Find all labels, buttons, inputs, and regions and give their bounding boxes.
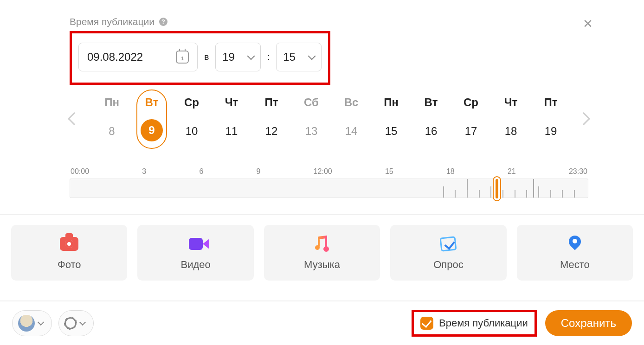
attach-music[interactable]: Музыка bbox=[264, 225, 380, 281]
timeline-label: 6 bbox=[199, 167, 203, 176]
date-value: 09.08.2022 bbox=[87, 51, 143, 64]
day-number: 18 bbox=[491, 125, 531, 138]
day-name: Пт bbox=[531, 96, 571, 109]
datetime-highlight: 09.08.2022 1 в 19 : 15 bbox=[70, 31, 330, 85]
day-col[interactable]: Ср17 bbox=[451, 96, 491, 141]
day-name: Чт bbox=[212, 96, 251, 109]
gear-icon bbox=[64, 317, 77, 329]
save-button[interactable]: Сохранить bbox=[545, 310, 632, 336]
day-col[interactable]: Чт18 bbox=[491, 96, 531, 141]
timeline-label: 18 bbox=[446, 167, 455, 176]
day-col[interactable]: Ср10 bbox=[172, 96, 212, 141]
timeline-label: 12:00 bbox=[314, 167, 332, 176]
attach-photo[interactable]: Фото bbox=[11, 225, 127, 281]
hour-value: 19 bbox=[222, 51, 235, 64]
attach-label: Видео bbox=[180, 259, 210, 271]
day-number: 17 bbox=[451, 125, 491, 138]
day-number: 16 bbox=[411, 125, 451, 138]
day-name: Пн bbox=[92, 96, 132, 109]
day-number: 8 bbox=[92, 125, 132, 138]
day-name: Ср bbox=[451, 96, 491, 109]
timeline-labels: 00:0036912:0015182123:30 bbox=[70, 167, 588, 176]
day-name: Вт bbox=[411, 96, 451, 109]
day-name: Пт bbox=[251, 96, 291, 109]
timeline-label: 15 bbox=[385, 167, 393, 176]
day-name: Чт bbox=[491, 96, 531, 109]
video-icon bbox=[187, 235, 205, 253]
day-col[interactable]: Чт11 bbox=[212, 96, 251, 141]
timeline: 00:0036912:0015182123:30 bbox=[70, 167, 588, 198]
hour-select[interactable]: 19 bbox=[215, 43, 261, 71]
day-number: 14 bbox=[331, 125, 371, 138]
day-col[interactable]: Сб13 bbox=[291, 96, 331, 141]
timeline-handle[interactable] bbox=[494, 177, 500, 200]
minute-select[interactable]: 15 bbox=[276, 43, 322, 71]
day-number: 12 bbox=[251, 125, 291, 138]
publish-time-checkbox[interactable] bbox=[420, 317, 433, 330]
publish-time-toggle-highlight: Время публикации bbox=[412, 310, 537, 337]
attach-label: Фото bbox=[58, 259, 81, 271]
day-col[interactable]: Пт12 bbox=[251, 96, 291, 141]
minute-value: 15 bbox=[283, 51, 296, 64]
poll-icon bbox=[439, 235, 457, 253]
day-col[interactable]: Вт9 bbox=[132, 96, 172, 141]
day-name: Ср bbox=[172, 96, 212, 109]
timeline-label: 00:00 bbox=[71, 167, 89, 176]
next-days-button[interactable] bbox=[577, 112, 590, 125]
chevron-down-icon bbox=[247, 52, 255, 60]
day-name: Пн bbox=[371, 96, 411, 109]
photo-icon bbox=[60, 235, 78, 253]
day-col[interactable]: Пн15 bbox=[371, 96, 411, 141]
day-strip: Пн8Вт9Ср10Чт11Пт12Сб13Вс14Пн15Вт16Ср17Чт… bbox=[70, 96, 588, 141]
attach-label: Музыка bbox=[304, 259, 340, 271]
day-number: 15 bbox=[371, 125, 411, 138]
timeline-bar[interactable] bbox=[70, 179, 588, 198]
day-col[interactable]: Пн8 bbox=[92, 96, 132, 141]
music-icon bbox=[313, 235, 331, 253]
attach-label: Место bbox=[560, 259, 590, 271]
timeline-label: 23:30 bbox=[569, 167, 587, 176]
avatar-icon bbox=[18, 315, 35, 332]
publish-time-checkbox-label: Время публикации bbox=[439, 317, 528, 329]
settings-selector[interactable] bbox=[58, 310, 94, 336]
attach-label: Опрос bbox=[433, 259, 464, 271]
chevron-down-icon bbox=[38, 319, 44, 326]
day-name: Вс bbox=[331, 96, 371, 109]
timeline-label: 3 bbox=[142, 167, 146, 176]
attach-video[interactable]: Видео bbox=[137, 225, 253, 281]
day-number: 10 bbox=[172, 125, 212, 138]
attach-place[interactable]: Место bbox=[517, 225, 633, 281]
help-icon[interactable]: ? bbox=[159, 18, 167, 26]
attach-poll[interactable]: Опрос bbox=[390, 225, 506, 281]
date-input[interactable]: 09.08.2022 1 bbox=[78, 43, 198, 71]
day-number: 19 bbox=[531, 125, 571, 138]
day-name: Сб bbox=[291, 96, 331, 109]
day-col[interactable]: Вт16 bbox=[411, 96, 451, 141]
prev-days-button[interactable] bbox=[68, 112, 81, 125]
timeline-label: 9 bbox=[257, 167, 261, 176]
chevron-down-icon bbox=[308, 52, 316, 60]
day-number: 11 bbox=[212, 125, 251, 138]
calendar-icon: 1 bbox=[176, 51, 189, 64]
day-col[interactable]: Вс14 bbox=[331, 96, 371, 141]
time-sep-word: в bbox=[204, 52, 209, 62]
chevron-down-icon bbox=[79, 319, 86, 326]
publish-time-label: Время публикации bbox=[70, 16, 155, 27]
day-col[interactable]: Пт19 bbox=[531, 96, 571, 141]
attachment-row: ФотоВидеоМузыкаОпросМесто bbox=[0, 215, 644, 281]
time-colon: : bbox=[267, 52, 270, 62]
place-icon bbox=[566, 235, 584, 253]
timeline-label: 21 bbox=[508, 167, 516, 176]
footer-bar: Время публикации Сохранить bbox=[0, 300, 644, 345]
save-button-label: Сохранить bbox=[561, 317, 616, 330]
close-icon[interactable]: ✕ bbox=[583, 18, 593, 30]
author-selector[interactable] bbox=[12, 310, 52, 336]
day-number: 13 bbox=[291, 125, 331, 138]
